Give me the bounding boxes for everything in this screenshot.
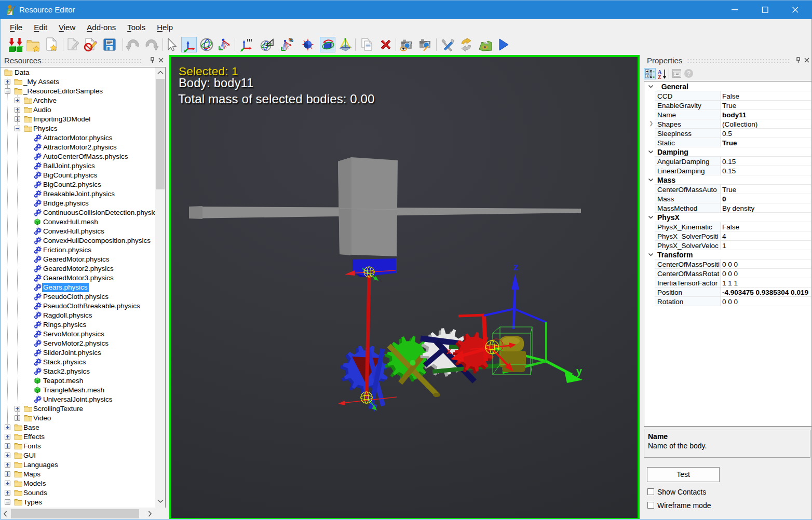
svg-text:%: % <box>289 37 293 43</box>
svg-text:?: ? <box>687 70 691 77</box>
svg-text:Z: Z <box>658 74 661 80</box>
svg-text:z: z <box>513 261 519 272</box>
svg-text:y: y <box>576 365 583 377</box>
svg-text:x: x <box>446 347 451 355</box>
